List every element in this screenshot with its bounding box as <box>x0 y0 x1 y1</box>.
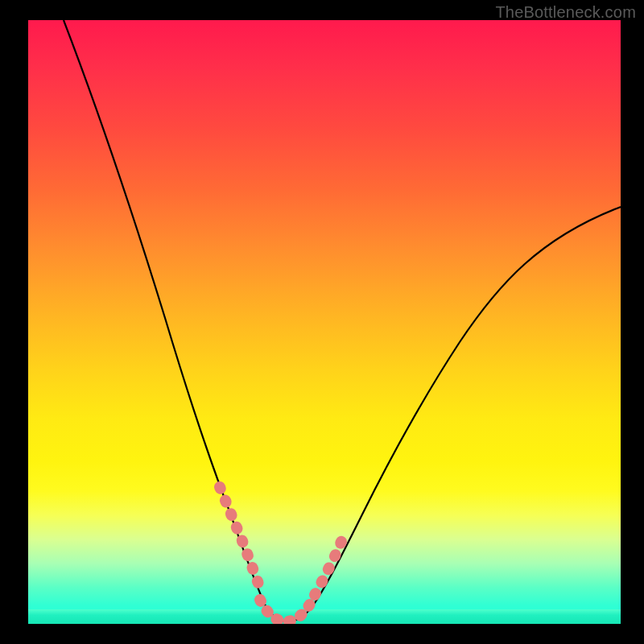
bottleneck-curve <box>64 20 621 621</box>
highlight-trough <box>260 600 312 621</box>
bottleneck-curve-svg <box>28 20 621 624</box>
highlight-segment-left <box>220 487 258 584</box>
watermark-text: TheBottleneck.com <box>495 3 636 22</box>
plot-area <box>28 20 621 624</box>
highlight-segment-right <box>315 536 344 595</box>
chart-frame: TheBottleneck.com <box>0 0 644 644</box>
